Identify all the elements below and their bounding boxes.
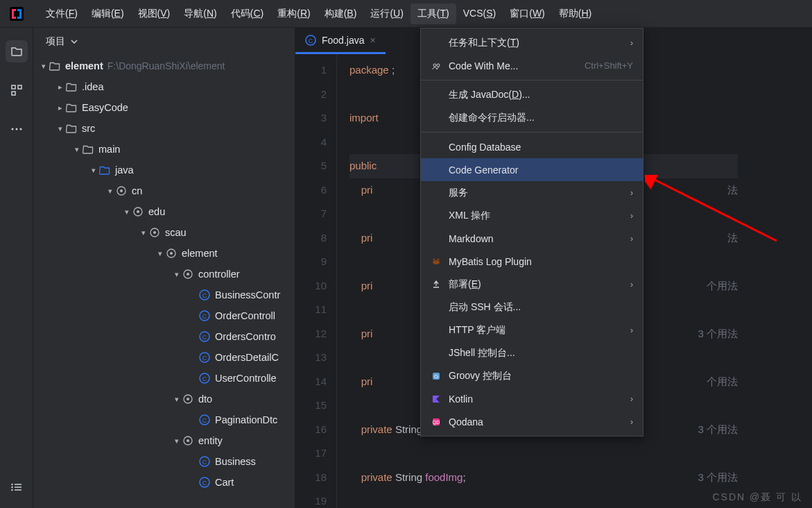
tree-node-scau[interactable]: ▾scau — [33, 222, 295, 243]
menu-item-Qodana[interactable]: QDQodana› — [421, 410, 643, 433]
menubar-item-构建[interactable]: 构建(B) — [318, 3, 364, 24]
class-icon: C — [198, 331, 211, 342]
folder-icon — [65, 102, 78, 113]
folder-icon — [82, 144, 94, 155]
menubar-item-运行[interactable]: 运行(U) — [363, 3, 410, 24]
left-toolstrip — [0, 28, 33, 508]
menu-item-Config-Database[interactable]: Config Database — [421, 135, 643, 158]
menu-item-Groovy-[interactable]: GGroovy 控制台 — [421, 364, 643, 387]
menu-item-XML-[interactable]: XML 操作› — [421, 204, 643, 227]
svg-point-5 — [15, 128, 17, 130]
svg-text:C: C — [202, 459, 207, 466]
tree-node-cn[interactable]: ▾cn — [33, 180, 295, 201]
tree-node-src[interactable]: ▾src — [33, 118, 295, 139]
menubar-item-帮助[interactable]: 帮助(H) — [552, 3, 598, 24]
tree-node-OrdersContro[interactable]: COrdersContro — [33, 326, 295, 347]
svg-rect-3 — [12, 92, 15, 95]
menu-item--[interactable]: 任务和上下文(T)› — [421, 31, 643, 54]
editor-tab[interactable]: C Food.java × — [295, 28, 386, 54]
svg-text:C: C — [309, 37, 313, 44]
class-icon: C — [198, 289, 211, 300]
tree-node-edu[interactable]: ▾edu — [33, 201, 295, 222]
groovy-icon: G — [431, 371, 442, 381]
usage-hint: 3 个用法 — [698, 322, 738, 346]
menubar-item-重构[interactable]: 重构(R) — [270, 3, 317, 24]
menu-item--SSH-[interactable]: 启动 SSH 会话... — [421, 296, 643, 319]
svg-text:QD: QD — [433, 420, 440, 425]
tree-node-element[interactable]: ▾element — [33, 243, 295, 264]
svg-text:C: C — [202, 313, 207, 320]
svg-point-34 — [187, 398, 189, 400]
tools-dropdown[interactable]: 任务和上下文(T)›Code With Me...Ctrl+Shift+Y生成 … — [420, 28, 643, 437]
usage-hint: 法 — [727, 178, 738, 203]
svg-point-12 — [11, 489, 12, 491]
class-icon: C — [198, 352, 211, 363]
menu-item--[interactable]: 创建命令行启动器... — [421, 106, 643, 129]
svg-text:C: C — [202, 292, 207, 299]
menubar-item-视图[interactable]: 视图(V) — [131, 3, 178, 24]
class-icon: C — [198, 456, 211, 467]
svg-point-4 — [11, 128, 13, 130]
menubar: 文件(F)编辑(E)视图(V)导航(N)代码(C)重构(R)构建(B)运行(U)… — [0, 0, 812, 28]
class-icon: C — [198, 414, 211, 425]
svg-point-38 — [187, 439, 189, 442]
package-icon — [182, 435, 194, 446]
tree-node-entity[interactable]: ▾entity — [33, 430, 295, 451]
svg-text:C: C — [202, 355, 207, 362]
close-tab-icon[interactable]: × — [370, 35, 375, 46]
menubar-item-窗口[interactable]: 窗口(W) — [503, 3, 552, 24]
tree-node-controller[interactable]: ▾controller — [33, 264, 295, 285]
tab-label: Food.java — [322, 35, 364, 46]
menubar-item-编辑[interactable]: 编辑(E) — [85, 3, 131, 24]
menu-item-Code-Generator[interactable]: Code Generator — [421, 158, 643, 181]
tree-node-OrderControll[interactable]: COrderControll — [33, 305, 295, 326]
app-icon — [8, 6, 25, 22]
tree-node-EasyCode[interactable]: ▸EasyCode — [33, 97, 295, 118]
folder-icon — [65, 81, 78, 92]
menubar-item-导航[interactable]: 导航(N) — [177, 3, 223, 24]
menu-item-Kotlin[interactable]: Kotlin› — [421, 387, 643, 410]
tree-node-.idea[interactable]: ▸.idea — [33, 76, 295, 97]
svg-rect-2 — [18, 85, 21, 89]
usage-hint: 个用法 — [707, 370, 738, 394]
menubar-item-VCS[interactable]: VCS(S) — [456, 3, 503, 24]
class-icon: C — [198, 373, 211, 384]
usage-hint: 3 个用法 — [698, 466, 738, 490]
menu-item-Markdown[interactable]: Markdown› — [421, 227, 643, 250]
menu-item--[interactable]: 部署(E)› — [421, 273, 643, 296]
project-tree[interactable]: ▾elementF:\DongRuanShiXi\element▸.idea▸E… — [33, 56, 295, 508]
more-tool-icon[interactable] — [6, 118, 28, 140]
package-icon — [115, 185, 128, 196]
menu-item-JShell-[interactable]: JShell 控制台... — [421, 341, 643, 364]
tree-node-java[interactable]: ▾java — [33, 160, 295, 180]
todo-tool-icon[interactable] — [6, 476, 28, 498]
svg-point-14 — [120, 189, 123, 192]
tree-node-UserControlle[interactable]: CUserControlle — [33, 368, 295, 389]
sidebar-header[interactable]: 项目 — [33, 28, 295, 56]
tree-node-PaginationDtc[interactable]: CPaginationDtc — [33, 409, 295, 430]
tree-node-main[interactable]: ▾main — [33, 139, 295, 160]
menubar-item-工具[interactable]: 工具(T) — [411, 3, 456, 24]
tree-node-Cart[interactable]: CCart — [33, 472, 295, 493]
project-tool-icon[interactable] — [6, 40, 28, 62]
structure-tool-icon[interactable] — [6, 79, 28, 101]
menu-item-Code-With-Me-[interactable]: Code With Me...Ctrl+Shift+Y — [421, 54, 643, 77]
svg-point-22 — [187, 273, 189, 276]
package-icon — [182, 393, 194, 405]
tree-node-Business[interactable]: CBusiness — [33, 451, 295, 472]
menu-item-MyBatis-Log-Plugin[interactable]: MyBatis Log Plugin — [421, 250, 643, 273]
class-file-icon: C — [305, 35, 316, 46]
sidebar-title: 项目 — [46, 35, 65, 48]
menu-item-HTTP-[interactable]: HTTP 客户端› — [421, 319, 643, 341]
menu-item--[interactable]: 服务› — [421, 181, 643, 204]
kotlin-icon — [431, 394, 442, 404]
svg-point-16 — [137, 210, 139, 213]
menubar-item-文件[interactable]: 文件(F) — [39, 3, 85, 24]
tree-root[interactable]: ▾elementF:\DongRuanShiXi\element — [33, 56, 295, 76]
svg-point-49 — [438, 258, 440, 260]
tree-node-BusinessContr[interactable]: CBusinessContr — [33, 285, 295, 305]
menubar-item-代码[interactable]: 代码(C) — [224, 3, 270, 24]
menu-item--JavaDoc[interactable]: 生成 JavaDoc(D)... — [421, 83, 643, 106]
tree-node-dto[interactable]: ▾dto — [33, 389, 295, 409]
tree-node-OrdersDetailC[interactable]: COrdersDetailC — [33, 347, 295, 368]
